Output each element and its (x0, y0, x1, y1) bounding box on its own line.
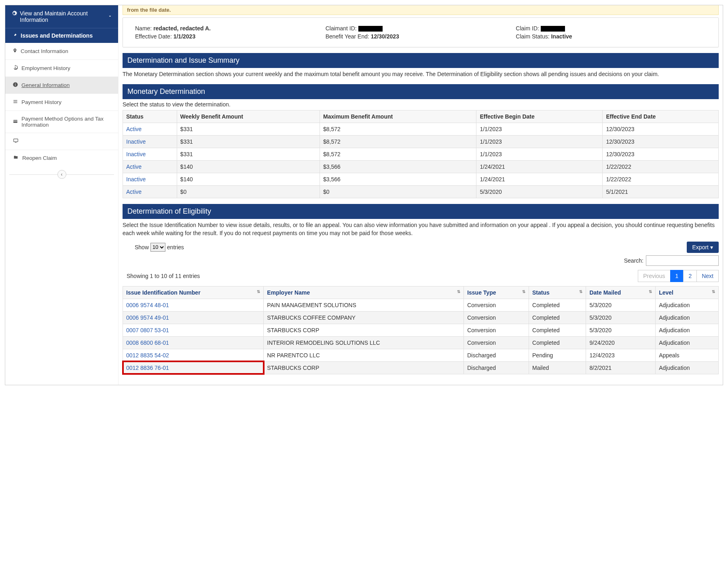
cell-weekly: $331 (177, 123, 320, 136)
cell-employer: PAIN MANAGEMENT SOLUTIONS (264, 299, 464, 311)
cell-type: Conversion (464, 336, 529, 349)
issue-link[interactable]: 0006 9574 48-01 (126, 302, 169, 308)
marker-icon (13, 48, 17, 55)
issue-link[interactable]: 0012 8835 54-02 (126, 352, 169, 359)
pager-prev[interactable]: Previous (638, 270, 670, 282)
sidebar-item-contact[interactable]: Contact Information (5, 43, 118, 60)
sidebar-item-monitor[interactable] (5, 133, 118, 150)
col-mailed[interactable]: Date Mailed⇅ (586, 286, 656, 299)
sidebar-item-employment[interactable]: Employment History (5, 60, 118, 77)
cell-level: Adjudication (656, 336, 719, 349)
cell-level: Adjudication (656, 311, 719, 324)
collapse-button[interactable]: ‹ (57, 170, 66, 179)
status-link[interactable]: Active (126, 189, 142, 195)
table-row: 0006 9574 48-01PAIN MANAGEMENT SOLUTIONS… (123, 299, 719, 311)
cell-mailed: 5/3/2020 (586, 299, 656, 311)
svg-rect-1 (15, 84, 15, 86)
col-status[interactable]: Status⇅ (529, 286, 586, 299)
col-employer[interactable]: Employer Name⇅ (264, 286, 464, 299)
issue-link[interactable]: 0007 0807 53-01 (126, 327, 169, 333)
status-link[interactable]: Active (126, 126, 142, 132)
cell-mailed: 5/3/2020 (586, 324, 656, 336)
cell-mailed: 12/4/2023 (586, 349, 656, 361)
sidebar-item-payment-method[interactable]: Payment Method Options and Tax Informati… (5, 111, 118, 133)
col-status: Status (123, 110, 177, 123)
sort-icon: ⇅ (457, 289, 460, 294)
issue-link[interactable]: 0012 8836 76-01 (126, 365, 169, 371)
label: Claimant ID: (326, 25, 357, 32)
status-link[interactable]: Active (126, 163, 142, 170)
cell-begin: 1/1/2023 (476, 123, 603, 136)
cell-mailed: 8/2/2021 (586, 361, 656, 374)
cell-level: Adjudication (656, 324, 719, 336)
monetary-table: Status Weekly Benefit Amount Maximum Ben… (123, 110, 719, 198)
svg-rect-6 (15, 142, 17, 143)
issue-link[interactable]: 0006 9574 49-01 (126, 314, 169, 321)
entries-select[interactable]: 10 (150, 243, 165, 252)
col-end: Effective End Date (603, 110, 719, 123)
cell-status: Pending (529, 349, 586, 361)
warning-banner: from the file date. (123, 5, 719, 15)
value: 1/1/2023 (174, 33, 196, 40)
cell-type: Discharged (464, 361, 529, 374)
sidebar-item-issues[interactable]: Issues and Determinations (5, 28, 118, 43)
cell-max: $0 (320, 186, 476, 198)
cell-status: Completed (529, 311, 586, 324)
field-name: Name: redacted, redacted A. (135, 25, 326, 32)
table-row: 0007 0807 53-01STARBUCKS CORPConversionC… (123, 324, 719, 336)
cell-employer: INTERIOR REMODELING SOLUTIONS LLC (264, 336, 464, 349)
sidebar-item-reopen[interactable]: Reopen Claim (5, 150, 118, 166)
status-link[interactable]: Inactive (126, 138, 146, 145)
cell-type: Conversion (464, 324, 529, 336)
cell-begin: 1/24/2021 (476, 161, 603, 173)
sidebar-item-payment-history[interactable]: Payment History (5, 94, 118, 111)
cell-employer: STARBUCKS CORP (264, 324, 464, 336)
pager: Previous 1 2 Next (638, 270, 719, 282)
sidebar-item-label: Contact Information (21, 48, 68, 54)
field-claim-id: Claim ID: (516, 25, 706, 32)
eligibility-header: Determination of Eligibility (123, 204, 719, 219)
col-issue[interactable]: Issue Identification Number⇅ (123, 286, 264, 299)
monitor-icon (13, 138, 19, 145)
status-link[interactable]: Inactive (126, 176, 146, 183)
search-input[interactable] (646, 255, 719, 266)
cell-level: Adjudication (656, 299, 719, 311)
export-button[interactable]: Export ▾ (687, 242, 719, 253)
col-type[interactable]: Issue Type⇅ (464, 286, 529, 299)
issue-link[interactable]: 0008 6800 68-01 (126, 340, 169, 346)
cell-max: $3,566 (320, 173, 476, 186)
list-icon (13, 99, 18, 106)
sidebar-header[interactable]: View and Maintain Account Information (5, 5, 118, 28)
table-row: Inactive$331$8,5721/1/202312/30/2023 (123, 136, 719, 148)
sidebar-item-general[interactable]: General Information (5, 77, 118, 94)
col-level[interactable]: Level⇅ (656, 286, 719, 299)
sort-icon: ⇅ (649, 289, 652, 294)
sidebar: View and Maintain Account Information Is… (5, 5, 119, 385)
chevron-down-icon (108, 13, 112, 20)
table-row: Inactive$140$3,5661/24/20211/22/2022 (123, 173, 719, 186)
cell-end: 1/22/2022 (603, 173, 719, 186)
field-effective: Effective Date: 1/1/2023 (135, 33, 326, 40)
pin-icon (13, 32, 17, 39)
cell-type: Conversion (464, 311, 529, 324)
field-bye: Benefit Year End: 12/30/2023 (326, 33, 516, 40)
cell-max: $8,572 (320, 136, 476, 148)
cell-end: 5/1/2021 (603, 186, 719, 198)
eligibility-desc: Select the Issue Identification Number t… (123, 221, 719, 237)
claimant-card: Name: redacted, redacted A. Claimant ID:… (123, 17, 719, 47)
cell-weekly: $0 (177, 186, 320, 198)
col-max: Maximum Benefit Amount (320, 110, 476, 123)
cell-status: Mailed (529, 361, 586, 374)
caret-down-icon: ▾ (710, 244, 713, 250)
cell-end: 1/22/2022 (603, 161, 719, 173)
status-link[interactable]: Inactive (126, 151, 146, 157)
pager-1[interactable]: 1 (670, 270, 684, 282)
cell-begin: 1/1/2023 (476, 136, 603, 148)
sidebar-item-label: Employment History (21, 65, 70, 71)
pager-2[interactable]: 2 (683, 270, 697, 282)
redacted-value (358, 26, 383, 32)
pager-next[interactable]: Next (696, 270, 719, 282)
svg-rect-4 (13, 121, 17, 121)
card-icon (13, 119, 18, 125)
entries-control: Show 10 entries (135, 243, 184, 252)
